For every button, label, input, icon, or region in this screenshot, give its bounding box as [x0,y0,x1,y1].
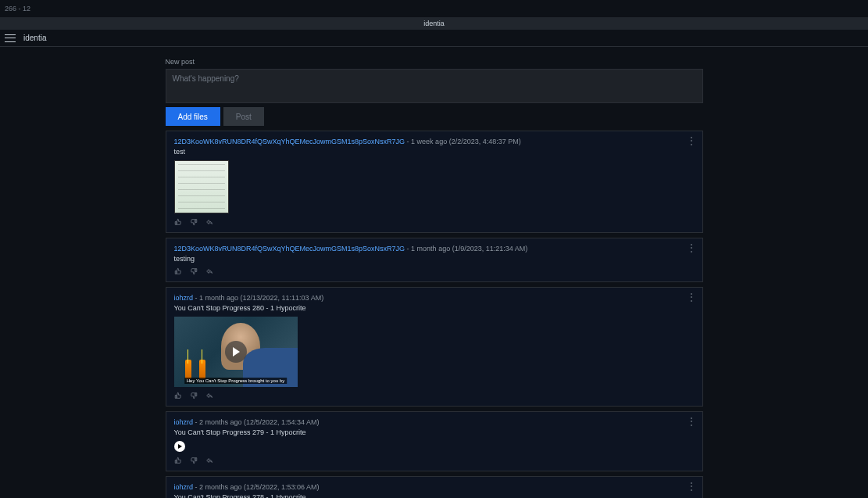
post-body: test [174,148,695,156]
share-icon[interactable] [205,392,213,401]
share-icon[interactable] [205,218,213,228]
post-body: You Can't Stop Progress 278 - 1 Hypocrit… [174,493,695,498]
navbar: identia [0,30,868,47]
post-card: ⋮ iohzrd - 2 months ago (12/5/2022, 1:53… [166,476,703,498]
post-body: You Can't Stop Progress 279 - 1 Hypocrit… [174,428,695,436]
post-body: You Can't Stop Progress 280 - 1 Hypocrit… [174,304,695,312]
thumbs-up-icon[interactable] [174,457,182,466]
thumbs-down-icon[interactable] [190,267,198,277]
compose-heading: New post [166,58,703,66]
post-meta: - 2 months ago (12/5/2022, 1:54:34 AM) [193,418,320,426]
post-meta: - 1 week ago (2/2/2023, 4:48:37 PM) [405,138,521,145]
post-more-icon[interactable]: ⋮ [687,482,696,491]
compose-textarea[interactable] [166,69,703,103]
brand-label[interactable]: identia [23,34,46,42]
post-meta: - 1 month ago (12/13/2022, 11:11:03 AM) [193,294,323,302]
post-more-icon[interactable]: ⋮ [687,136,696,145]
post-card: ⋮ iohzrd - 1 month ago (12/13/2022, 11:1… [166,287,703,407]
post-meta: - 2 months ago (12/5/2022, 1:53:06 AM) [193,483,320,491]
thumbs-up-icon[interactable] [174,267,182,277]
post-actions [174,218,695,228]
compose-buttons: Add files Post [166,107,703,126]
video-attachment[interactable]: Hey You Can't Stop Progress brought to y… [174,317,298,387]
thumbs-up-icon[interactable] [174,218,182,228]
post-meta: - 1 month ago (1/9/2023, 11:21:34 AM) [405,245,527,253]
window-title: identia [423,20,445,27]
audio-play-button[interactable] [174,441,185,452]
post-more-icon[interactable]: ⋮ [687,243,696,253]
add-files-button[interactable]: Add files [166,107,220,126]
video-caption: Hey You Can't Stop Progress brought to y… [184,378,288,384]
post-body: testing [174,255,695,263]
post-header: iohzrd - 1 month ago (12/13/2022, 11:11:… [174,294,695,302]
author-link[interactable]: 12D3KooWK8vRUN8DR4fQSwXqYhQEMecJowmGSM1s… [174,138,405,145]
post-button[interactable]: Post [223,107,264,126]
post-header: 12D3KooWK8vRUN8DR4fQSwXqYhQEMecJowmGSM1s… [174,245,695,253]
post-card: ⋮ iohzrd - 2 months ago (12/5/2022, 1:54… [166,411,703,471]
hamburger-icon[interactable] [5,34,16,42]
author-link[interactable]: iohzrd [174,294,194,302]
status-left: 266 - 12 [5,5,30,13]
post-more-icon[interactable]: ⋮ [687,417,696,426]
post-card: ⋮ 12D3KooWK8vRUN8DR4fQSwXqYhQEMecJowmGSM… [166,131,703,233]
thumbs-down-icon[interactable] [190,392,198,401]
thumbs-down-icon[interactable] [190,218,198,228]
top-status-bar: 266 - 12 [0,0,868,17]
post-card: ⋮ 12D3KooWK8vRUN8DR4fQSwXqYhQEMecJowmGSM… [166,238,703,282]
author-link[interactable]: 12D3KooWK8vRUN8DR4fQSwXqYhQEMecJowmGSM1s… [174,245,405,253]
post-actions [174,267,695,277]
post-actions [174,457,695,466]
author-link[interactable]: iohzrd [174,483,194,491]
thumbs-down-icon[interactable] [190,457,198,466]
post-more-icon[interactable]: ⋮ [687,292,696,302]
main-content: New post Add files Post ⋮ 12D3KooWK8vRUN… [0,47,868,498]
share-icon[interactable] [205,457,213,466]
post-header: 12D3KooWK8vRUN8DR4fQSwXqYhQEMecJowmGSM1s… [174,138,695,145]
thumbs-up-icon[interactable] [174,392,182,401]
author-link[interactable]: iohzrd [174,418,194,426]
post-header: iohzrd - 2 months ago (12/5/2022, 1:53:0… [174,483,695,491]
post-header: iohzrd - 2 months ago (12/5/2022, 1:54:3… [174,418,695,426]
post-actions [174,392,695,401]
image-attachment[interactable] [174,160,229,213]
window-title-bar: identia [0,17,868,30]
compose-area: New post Add files Post [166,58,703,126]
share-icon[interactable] [205,267,213,277]
feed-column: New post Add files Post ⋮ 12D3KooWK8vRUN… [166,47,703,498]
play-icon [225,341,247,363]
